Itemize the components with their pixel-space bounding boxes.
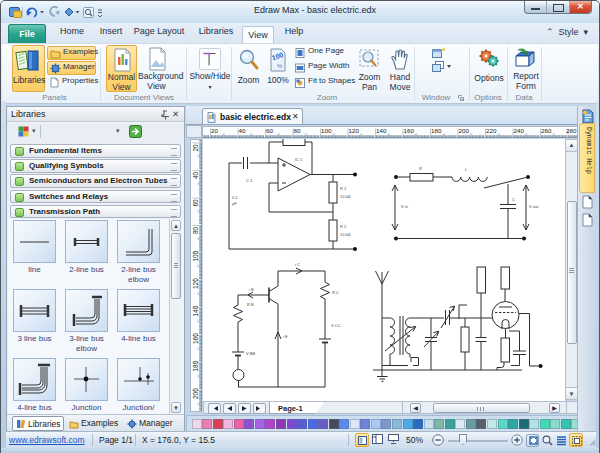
svg-text:R B: R B [247,302,254,307]
svg-text:i C: i C [295,262,300,267]
svg-text:80: 80 [294,127,301,134]
svg-text:C 1: C 1 [246,178,253,183]
svg-text:i E: i E [283,334,288,339]
svg-text:120: 120 [192,278,199,289]
svg-text:V in: V in [401,204,408,209]
svg-text:260: 260 [541,127,552,134]
svg-text:240: 240 [514,127,525,134]
svg-text:C: C [512,197,515,202]
svg-text:280: 280 [566,127,577,134]
svg-text:R 2: R 2 [340,224,347,229]
svg-text:180: 180 [431,127,442,134]
svg-text:120: 120 [349,127,360,134]
svg-text:40: 40 [239,127,246,134]
svg-text:140: 140 [376,127,387,134]
svg-text:V out: V out [529,204,539,209]
svg-text:60: 60 [192,199,199,207]
svg-text:160: 160 [404,127,415,134]
svg-text:100: 100 [321,127,332,134]
svg-text:L: L [465,167,468,172]
svg-text:180: 180 [192,360,199,371]
svg-text:V BB: V BB [246,351,255,356]
svg-text:0.1: 0.1 [232,195,238,200]
svg-text:220: 220 [486,127,497,134]
svg-text:60: 60 [266,127,273,134]
svg-text:IC 1: IC 1 [295,157,303,162]
svg-text:140: 140 [192,305,199,316]
svg-text:20: 20 [192,144,199,152]
svg-text:40: 40 [192,171,199,179]
svg-text:200: 200 [192,388,199,399]
svg-text:80: 80 [192,226,199,234]
svg-text:R C: R C [332,290,339,295]
svg-text:µF: µF [232,201,237,206]
svg-text:200: 200 [459,127,470,134]
svg-text:100: 100 [192,250,199,261]
svg-text:i B: i B [249,287,254,292]
svg-text:20: 20 [211,127,218,134]
svg-text:%: % [277,63,283,69]
svg-text:R: R [419,166,422,171]
svg-text:160: 160 [192,333,199,344]
svg-text:10 kΩ: 10 kΩ [340,232,351,237]
svg-text:10 kΩ: 10 kΩ [340,194,351,199]
svg-text:R 1: R 1 [340,186,347,191]
svg-text:V CC: V CC [331,323,341,328]
